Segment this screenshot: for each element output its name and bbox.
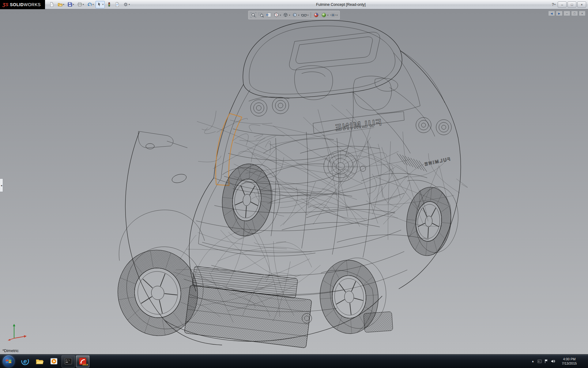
solidworks-logo-text: SOLIDWORKS [10, 2, 41, 7]
print-button[interactable]: ▾ [76, 1, 85, 8]
help-button[interactable]: ?▾ [551, 2, 557, 7]
heads-up-view-toolbar: ▾▾▾▾▾▾ [248, 11, 340, 19]
svg-text:e: e [23, 358, 27, 365]
dropdown-caret-icon[interactable]: ▾ [129, 3, 130, 6]
dropdown-caret-icon[interactable]: ▾ [102, 3, 104, 6]
close-document-button[interactable]: × [579, 11, 586, 16]
volume-icon[interactable] [550, 358, 556, 365]
select-icon [97, 2, 102, 7]
start-button[interactable] [0, 355, 17, 368]
quick-access-toolbar: ▾▾▾▾▾▾ [48, 1, 131, 8]
rebuild-icon [107, 2, 112, 7]
new-document-icon [49, 2, 55, 7]
zoom-to-area-icon [258, 12, 264, 18]
solidworks-logo: ƷS SOLIDWORKS [0, 0, 45, 9]
maximize-window-button[interactable]: □ [567, 2, 576, 8]
options-button[interactable]: ▾ [122, 1, 131, 8]
dropdown-caret-icon[interactable]: ▾ [92, 3, 94, 6]
show-hidden-icons-button[interactable]: ▲ [530, 358, 536, 365]
previous-document-button[interactable]: ◀ [548, 11, 555, 16]
open-button[interactable]: ▾ [56, 1, 66, 8]
solidworks-2015-taskbar-button[interactable]: 2015 [76, 355, 89, 367]
save-icon [67, 2, 73, 7]
dropdown-caret-icon[interactable]: ▾ [73, 3, 74, 6]
triad-z-axis [8, 339, 10, 340]
hide-show-items-button[interactable]: ▾ [300, 11, 309, 19]
taskbar-items: eC:\2015 [18, 355, 89, 368]
wireframe-model-canvas[interactable]: FULMINEFULMINE [0, 9, 588, 354]
minimize-document-button[interactable]: – [564, 11, 570, 16]
file-properties-icon [115, 2, 120, 7]
command-prompt-icon: C:\ [64, 357, 73, 366]
triad-x-axis [24, 335, 27, 338]
section-view-icon [273, 12, 279, 18]
hide-show-items-icon [301, 12, 307, 18]
close-window-button[interactable]: × [577, 2, 586, 8]
options-icon [123, 2, 128, 7]
dropdown-caret-icon[interactable]: ▾ [307, 14, 309, 17]
internet-explorer-taskbar-button[interactable]: e [18, 355, 32, 367]
dropdown-caret-icon[interactable]: ▾ [298, 14, 299, 17]
display-style-button[interactable]: ▾ [291, 11, 300, 19]
clock-date: 7/13/2015 [558, 361, 580, 366]
window-controls: ?▾ –□× [551, 2, 586, 8]
open-icon [58, 2, 63, 7]
previous-view-icon [266, 12, 272, 18]
orientation-triad [7, 321, 29, 341]
edit-appearance-icon [313, 12, 319, 18]
titlebar: ƷS SOLIDWORKS ▾▾▾▾▾▾ Fulmine Concept [Re… [0, 0, 588, 9]
undo-icon [87, 2, 92, 7]
dropdown-caret-icon[interactable]: ▾ [289, 14, 290, 17]
document-window-controls: ◀▶–□× [548, 11, 586, 16]
window-title: Fulmine Concept [Read-only] [131, 2, 551, 7]
next-document-button[interactable]: ▶ [556, 11, 563, 16]
zoom-to-area-button[interactable] [257, 11, 265, 19]
view-settings-button[interactable]: ▾ [330, 11, 338, 19]
rebuild-button[interactable] [105, 1, 113, 8]
windows-orb-icon [3, 355, 14, 367]
minimize-window-button[interactable]: – [558, 2, 567, 8]
section-view-button[interactable]: ▾ [273, 11, 281, 19]
save-button[interactable]: ▾ [66, 1, 75, 8]
dropdown-caret-icon[interactable]: ▾ [63, 3, 64, 6]
apply-scene-icon [321, 12, 327, 18]
internet-explorer-icon: e [21, 357, 29, 366]
apply-scene-button[interactable]: ▾ [320, 11, 329, 19]
new-document-button[interactable] [48, 1, 56, 8]
model-lettering: FULMINE [423, 156, 450, 167]
collapse-arrow-icon: ◀ [1, 184, 2, 186]
media-player-icon [50, 357, 58, 366]
previous-view-button[interactable] [265, 11, 272, 19]
system-tray: ▲ 4:00 PM 7/13/2015 [530, 355, 588, 368]
dropdown-caret-icon: ▾ [554, 3, 556, 6]
print-icon [77, 2, 82, 7]
media-player-taskbar-button[interactable] [47, 355, 61, 367]
file-explorer-taskbar-button[interactable] [33, 355, 46, 367]
dropdown-caret-icon[interactable]: ▾ [280, 14, 281, 17]
restore-document-button[interactable]: □ [571, 11, 578, 16]
dropdown-caret-icon[interactable]: ▾ [83, 3, 84, 6]
toolbar-separator [311, 12, 311, 18]
clock[interactable]: 4:00 PM 7/13/2015 [557, 357, 582, 366]
zoom-to-fit-icon [250, 12, 256, 18]
view-orientation-button[interactable]: ▾ [282, 11, 291, 19]
dropdown-caret-icon[interactable]: ▾ [327, 14, 329, 17]
file-explorer-icon [35, 357, 44, 366]
triad-y-axis [13, 324, 15, 326]
dropdown-caret-icon[interactable]: ▾ [337, 14, 338, 17]
file-properties-button[interactable] [114, 1, 121, 8]
desktop-screen: ƷS SOLIDWORKS ▾▾▾▾▾▾ Fulmine Concept [Re… [0, 0, 588, 368]
view-settings-icon [330, 12, 336, 18]
action-center-flag-icon[interactable] [544, 358, 549, 365]
graphics-viewport: FULMINEFULMINE ▾▾▾▾▾▾ ◀▶–□× ◀ *Dimetric [0, 9, 588, 354]
edit-appearance-button[interactable] [313, 11, 320, 19]
version-badge: 2015 [82, 363, 88, 366]
view-orientation-icon [282, 12, 288, 18]
select-button[interactable]: ▾ [96, 1, 105, 8]
clock-time: 4:00 PM [558, 357, 580, 361]
undo-button[interactable]: ▾ [86, 1, 95, 8]
tray-app-icon[interactable] [537, 358, 542, 365]
featuremanager-collapse-tab[interactable]: ◀ [0, 178, 3, 192]
zoom-to-fit-button[interactable] [250, 11, 257, 19]
command-prompt-taskbar-button[interactable]: C:\ [62, 355, 75, 367]
